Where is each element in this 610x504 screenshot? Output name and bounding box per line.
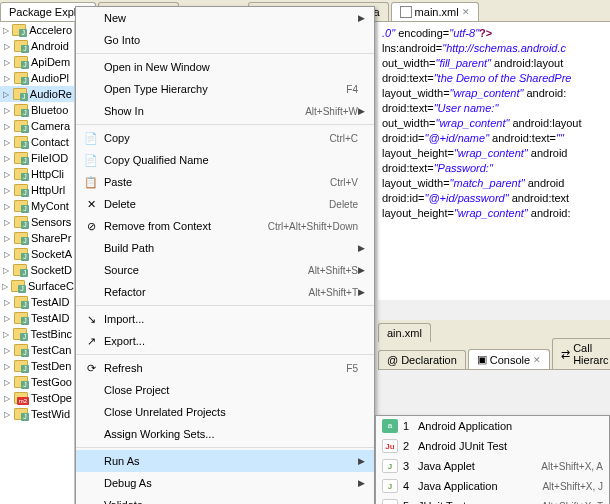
- menu-goInto[interactable]: Go Into: [76, 29, 374, 51]
- menu-new[interactable]: New▶: [76, 7, 374, 29]
- expand-icon[interactable]: ▷: [2, 90, 10, 99]
- menu-remove[interactable]: ⊘Remove from ContextCtrl+Alt+Shift+Down: [76, 215, 374, 237]
- expand-icon[interactable]: ▷: [2, 106, 11, 115]
- expand-icon[interactable]: ▷: [2, 42, 11, 51]
- menu-openWin[interactable]: Open in New Window: [76, 56, 374, 78]
- submenu-item[interactable]: J4Java ApplicationAlt+Shift+X, J: [376, 476, 609, 496]
- project-item[interactable]: ▷TestCan: [0, 342, 74, 358]
- menu-refactor[interactable]: RefactorAlt+Shift+T▶: [76, 281, 374, 303]
- menu-refresh[interactable]: ⟳RefreshF5: [76, 357, 374, 379]
- project-item[interactable]: ▷Accelero: [0, 22, 74, 38]
- menu-runAs[interactable]: Run As▶: [76, 450, 374, 472]
- menu-debugAs[interactable]: Debug As▶: [76, 472, 374, 494]
- expand-icon[interactable]: ▷: [2, 122, 11, 131]
- chevron-right-icon: ▶: [358, 478, 368, 488]
- folder-icon: [14, 248, 28, 260]
- expand-icon[interactable]: ▷: [2, 138, 11, 147]
- project-label: HttpCli: [31, 168, 64, 180]
- project-item[interactable]: ▷FileIOD: [0, 150, 74, 166]
- expand-icon[interactable]: ▷: [2, 346, 11, 355]
- project-item[interactable]: ▷TestAID: [0, 294, 74, 310]
- remove-icon: ⊘: [82, 220, 100, 233]
- expand-icon[interactable]: ▷: [2, 250, 11, 259]
- expand-icon[interactable]: ▷: [2, 314, 11, 323]
- project-item[interactable]: ▷TestAID: [0, 310, 74, 326]
- menu-paste[interactable]: 📋PasteCtrl+V: [76, 171, 374, 193]
- expand-icon[interactable]: ▷: [2, 170, 11, 179]
- expand-icon[interactable]: ▷: [2, 186, 11, 195]
- menu-import[interactable]: ↘Import...: [76, 308, 374, 330]
- project-item[interactable]: ▷MyCont: [0, 198, 74, 214]
- project-item[interactable]: ▷ApiDem: [0, 54, 74, 70]
- menu-openHier[interactable]: Open Type HierarchyF4: [76, 78, 374, 100]
- expand-icon[interactable]: ▷: [2, 410, 11, 419]
- expand-icon[interactable]: ▷: [2, 234, 11, 243]
- tab-declaration[interactable]: @ Declaration: [378, 350, 466, 369]
- folder-icon: [14, 344, 28, 356]
- project-item[interactable]: ▷SocketD: [0, 262, 74, 278]
- expand-icon[interactable]: ▷: [2, 362, 11, 371]
- chevron-right-icon: ▶: [358, 243, 368, 253]
- menu-assign[interactable]: Assign Working Sets...: [76, 423, 374, 445]
- submenu-item[interactable]: a1Android Application: [376, 416, 609, 436]
- folder-icon: [14, 56, 28, 68]
- expand-icon[interactable]: ▷: [2, 330, 10, 339]
- expand-icon[interactable]: ▷: [2, 266, 10, 275]
- expand-icon[interactable]: ▷: [2, 218, 11, 227]
- folder-icon: [14, 168, 28, 180]
- expand-icon[interactable]: ▷: [2, 378, 11, 387]
- submenu-item[interactable]: Ju2Android JUnit Test: [376, 436, 609, 456]
- menu-delete[interactable]: ✕DeleteDelete: [76, 193, 374, 215]
- tab-console[interactable]: ▣ Console✕: [468, 349, 550, 369]
- expand-icon[interactable]: ▷: [2, 298, 11, 307]
- expand-icon[interactable]: ▷: [2, 202, 11, 211]
- project-item[interactable]: ▷SocketA: [0, 246, 74, 262]
- menu-close[interactable]: Close Project: [76, 379, 374, 401]
- project-item[interactable]: ▷TestOpe: [0, 390, 74, 406]
- project-item[interactable]: ▷Contact: [0, 134, 74, 150]
- run-icon: J: [382, 479, 398, 493]
- menu-closeU[interactable]: Close Unrelated Projects: [76, 401, 374, 423]
- project-item[interactable]: ▷HttpCli: [0, 166, 74, 182]
- menu-copy[interactable]: 📄CopyCtrl+C: [76, 127, 374, 149]
- project-item[interactable]: ▷TestGoo: [0, 374, 74, 390]
- project-item[interactable]: ▷AudioRe: [0, 86, 74, 102]
- tab-xml-design[interactable]: ain.xml: [378, 323, 431, 342]
- expand-icon[interactable]: ▷: [2, 154, 11, 163]
- expand-icon[interactable]: ▷: [2, 26, 9, 35]
- project-item[interactable]: ▷SurfaceC: [0, 278, 74, 294]
- menu-export[interactable]: ↗Export...: [76, 330, 374, 352]
- menu-source[interactable]: SourceAlt+Shift+S▶: [76, 259, 374, 281]
- project-item[interactable]: ▷TestDen: [0, 358, 74, 374]
- submenu-item[interactable]: Ju5JUnit TestAlt+Shift+X, T: [376, 496, 609, 504]
- close-icon[interactable]: ✕: [533, 355, 541, 365]
- project-item[interactable]: ▷TestBinc: [0, 326, 74, 342]
- expand-icon[interactable]: ▷: [2, 58, 11, 67]
- project-item[interactable]: ▷Android: [0, 38, 74, 54]
- tab-call-hierarchy[interactable]: ⇄ Call Hierarc: [552, 338, 610, 369]
- close-icon[interactable]: ✕: [462, 7, 470, 17]
- project-item[interactable]: ▷Sensors: [0, 214, 74, 230]
- project-item[interactable]: ▷AudioPl: [0, 70, 74, 86]
- project-item[interactable]: ▷SharePr: [0, 230, 74, 246]
- folder-icon: [13, 88, 27, 100]
- project-item[interactable]: ▷Camera: [0, 118, 74, 134]
- expand-icon[interactable]: ▷: [2, 282, 8, 291]
- expand-icon[interactable]: ▷: [2, 74, 11, 83]
- project-item[interactable]: ▷Bluetoo: [0, 102, 74, 118]
- project-item[interactable]: ▷TestWid: [0, 406, 74, 422]
- project-label: SocketD: [30, 264, 72, 276]
- copy-icon: 📄: [82, 154, 100, 167]
- submenu-item[interactable]: J3Java AppletAlt+Shift+X, A: [376, 456, 609, 476]
- folder-icon: [14, 296, 28, 308]
- menu-copyQ[interactable]: 📄Copy Qualified Name: [76, 149, 374, 171]
- code-editor[interactable]: .0" encoding="utf-8"?>lns:android="http:…: [378, 22, 610, 225]
- expand-icon[interactable]: ▷: [2, 394, 11, 403]
- menu-validate[interactable]: Validate: [76, 494, 374, 504]
- folder-icon: [14, 408, 28, 420]
- menu-showIn[interactable]: Show InAlt+Shift+W▶: [76, 100, 374, 122]
- folder-icon: [11, 280, 25, 292]
- project-item[interactable]: ▷HttpUrl: [0, 182, 74, 198]
- tab-main-xml[interactable]: main.xml✕: [391, 2, 479, 21]
- menu-build[interactable]: Build Path▶: [76, 237, 374, 259]
